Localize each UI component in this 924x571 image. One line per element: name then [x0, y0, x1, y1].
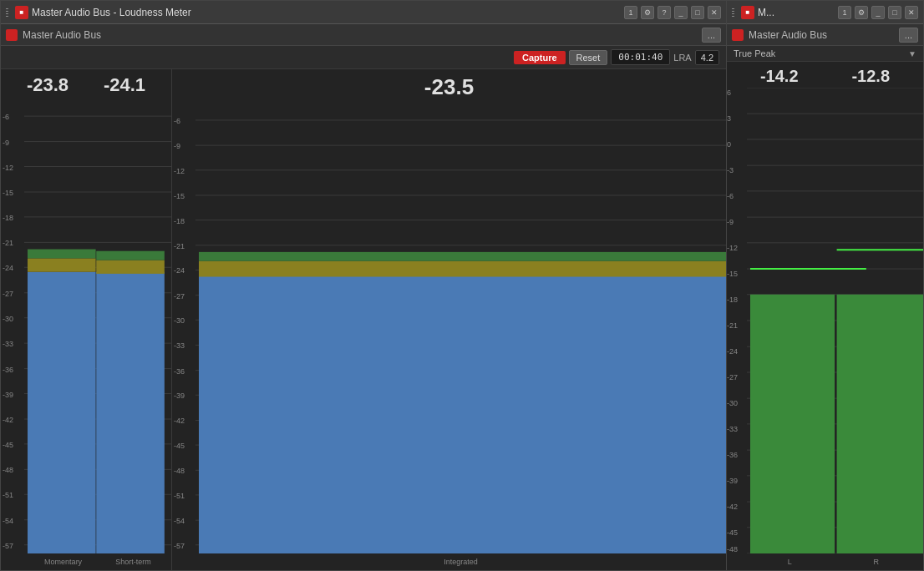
svg-text:-30: -30 — [174, 316, 185, 325]
meter-content: -23.8 -24.1 -6 — [1, 69, 726, 570]
svg-text:-36: -36 — [174, 367, 185, 376]
title-controls-left: 1 ⚙ ? _ □ ✕ — [624, 6, 721, 19]
sub-menu-left[interactable]: ... — [702, 28, 721, 43]
panel-momentary: -23.8 -24.1 -6 — [1, 69, 172, 570]
svg-text:-9: -9 — [3, 139, 9, 147]
svg-text:-18: -18 — [174, 217, 185, 225]
gear-btn[interactable]: ⚙ — [641, 6, 654, 19]
title-controls-right: 1 ⚙ _ □ ✕ — [838, 6, 918, 19]
tp-label-l: L — [788, 558, 792, 566]
svg-rect-38 — [28, 250, 96, 259]
svg-text:-39: -39 — [3, 391, 13, 399]
momentary-label: Momentary — [44, 558, 82, 566]
true-peak-value-left: -14.2 — [760, 67, 799, 86]
sub-title-left: Master Audio Bus — [23, 29, 697, 41]
svg-text:-30: -30 — [3, 315, 13, 323]
time-display: 00:01:40 — [611, 49, 670, 65]
svg-text:-45: -45 — [727, 528, 738, 537]
svg-text:-48: -48 — [3, 466, 13, 474]
integrated-svg-grid: -6 -9 -12 -15 -18 -21 — [172, 104, 726, 553]
svg-text:-42: -42 — [727, 503, 738, 511]
momentary-grid: -6 -9 -12 -15 — [1, 99, 171, 570]
svg-text:3: 3 — [727, 114, 731, 123]
svg-text:-3: -3 — [727, 166, 734, 174]
true-peak-value-right: -12.8 — [851, 67, 890, 86]
svg-rect-39 — [96, 272, 165, 553]
minimize-btn-r[interactable]: _ — [871, 6, 885, 19]
panel-true-peak: True Peak ▼ -14.2 -12.8 — [727, 46, 923, 570]
maximize-btn-r[interactable]: □ — [888, 6, 901, 19]
svg-text:-54: -54 — [3, 517, 13, 525]
grip-left — [6, 8, 8, 17]
maximize-btn[interactable]: □ — [691, 6, 704, 19]
numbered-btn[interactable]: 1 — [624, 6, 637, 19]
capture-button[interactable]: Capture — [514, 51, 566, 64]
svg-text:-6: -6 — [727, 192, 734, 200]
minimize-btn[interactable]: _ — [674, 6, 688, 19]
numbered-btn-r[interactable]: 1 — [838, 6, 851, 19]
integrated-grid-area: -6 -9 -12 -15 -18 -21 — [172, 104, 726, 553]
momentary-bottom-labels: Momentary Short-term — [28, 553, 168, 570]
svg-text:-9: -9 — [727, 218, 734, 226]
svg-text:-30: -30 — [727, 399, 738, 407]
svg-text:-33: -33 — [3, 340, 13, 348]
reset-button[interactable]: Reset — [569, 50, 608, 65]
title-bar-left: ■ Master Audio Bus - Loudness Meter 1 ⚙ … — [1, 1, 726, 24]
svg-rect-40 — [96, 260, 165, 274]
svg-text:-39: -39 — [174, 392, 185, 400]
window-title-left: Master Audio Bus - Loudness Meter — [32, 7, 621, 18]
svg-text:-6: -6 — [3, 113, 9, 121]
tp-svg-grid: 6 3 0 -3 -6 — [727, 88, 923, 553]
gear-btn-r[interactable]: ⚙ — [855, 6, 868, 19]
sub-header-left: Master Audio Bus ... — [1, 24, 726, 46]
svg-text:-27: -27 — [3, 290, 13, 298]
svg-text:-45: -45 — [3, 441, 13, 449]
true-peak-dropdown[interactable]: ▼ — [908, 49, 916, 58]
controls-bar: Capture Reset 00:01:40 LRA 4.2 — [1, 46, 726, 69]
svg-text:-33: -33 — [727, 425, 738, 433]
svg-rect-80 — [199, 261, 726, 277]
panel-integrated: -23.5 -6 -9 -12 — [172, 69, 726, 570]
sub-menu-right[interactable]: ... — [899, 28, 918, 43]
close-btn-right[interactable]: ✕ — [905, 6, 918, 19]
sub-icon-right — [732, 29, 744, 41]
svg-text:-57: -57 — [3, 542, 13, 550]
window-right: ■ M... 1 ⚙ _ □ ✕ Master Audio Bus ... — [727, 0, 924, 571]
svg-text:-33: -33 — [174, 341, 185, 350]
svg-text:-48: -48 — [727, 545, 738, 553]
svg-text:-6: -6 — [174, 117, 180, 125]
svg-text:-27: -27 — [174, 292, 185, 301]
integrated-label: Integrated — [444, 558, 478, 566]
momentary-value-right: -24.1 — [104, 74, 145, 96]
svg-text:-12: -12 — [174, 167, 185, 175]
svg-text:-27: -27 — [727, 373, 738, 382]
momentary-values: -23.8 -24.1 — [1, 69, 171, 99]
momentary-value-left: -23.8 — [27, 74, 69, 96]
momentary-grid-area: -6 -9 -12 -15 — [1, 99, 171, 553]
svg-text:-12: -12 — [727, 244, 738, 252]
window-title-right: M... — [758, 7, 835, 18]
close-btn-left[interactable]: ✕ — [708, 6, 721, 19]
true-peak-header: True Peak ▼ — [727, 46, 923, 62]
true-peak-meter: 6 3 0 -3 -6 — [727, 88, 923, 570]
svg-text:-45: -45 — [174, 442, 185, 450]
svg-rect-41 — [96, 251, 165, 260]
svg-text:-24: -24 — [3, 264, 13, 272]
app-container: ■ Master Audio Bus - Loudness Meter 1 ⚙ … — [0, 0, 924, 571]
help-btn[interactable]: ? — [657, 6, 671, 19]
svg-rect-122 — [837, 295, 923, 553]
svg-text:-9: -9 — [174, 142, 180, 150]
integrated-value-display: -23.5 — [172, 69, 726, 104]
svg-rect-37 — [28, 258, 96, 271]
svg-text:-57: -57 — [174, 542, 185, 550]
sub-icon-left — [6, 29, 18, 41]
svg-text:-42: -42 — [3, 416, 13, 424]
svg-rect-120 — [750, 295, 835, 553]
svg-text:-51: -51 — [174, 492, 185, 500]
svg-rect-79 — [199, 275, 726, 553]
svg-rect-81 — [199, 252, 726, 261]
tp-bottom-labels: L R — [747, 553, 920, 570]
window-icon-left: ■ — [15, 6, 28, 19]
integrated-grid: -6 -9 -12 -15 -18 -21 — [172, 104, 726, 570]
sub-header-right: Master Audio Bus ... — [727, 24, 923, 46]
